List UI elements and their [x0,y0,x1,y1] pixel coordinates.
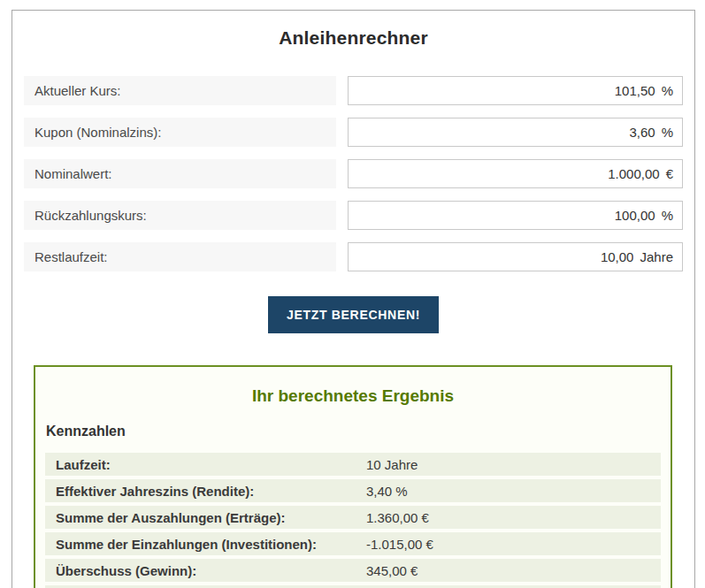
kennzahlen-heading: Kennzahlen [46,424,661,439]
calculator-panel: Anleihenrechner Aktueller Kurs: % Kupon … [11,10,695,588]
form-row-restlaufzeit: Restlaufzeit: Jahre [24,242,683,271]
auszahlungen-label: Summe der Auszahlungen (Erträge): [56,510,366,525]
result-row-einzahlungen: Summe der Einzahlungen (Investitionen): … [45,532,661,555]
ueberschuss-label: Überschuss (Gewinn): [56,563,366,578]
rueckzahlungskurs-label: Rückzahlungskurs: [24,201,336,230]
result-row-ueberschuss: Überschuss (Gewinn): 345,00 € [45,559,661,582]
auszahlungen-value: 1.360,00 € [366,510,429,525]
result-row-rendite: Effektiver Jahreszins (Rendite): 3,40 % [45,479,661,502]
aktueller-kurs-input[interactable] [548,82,657,99]
restlaufzeit-input-box: Jahre [348,242,683,271]
results-panel: Ihr berechnetes Ergebnis Kennzahlen Lauf… [34,365,672,588]
bond-calculator-form: Aktueller Kurs: % Kupon (Nominalzins): %… [24,76,683,333]
form-row-kupon: Kupon (Nominalzins): % [24,118,683,147]
ueberschuss-value: 345,00 € [366,563,418,578]
form-row-rueckzahlungskurs: Rückzahlungskurs: % [24,201,683,230]
laufzeit-label: Laufzeit: [56,457,366,472]
restlaufzeit-label: Restlaufzeit: [24,242,336,271]
rueckzahlungskurs-input[interactable] [548,207,657,224]
kupon-input[interactable] [548,124,657,141]
result-row-laufzeit: Laufzeit: 10 Jahre [45,453,661,476]
page-title: Anleihenrechner [24,27,683,49]
rendite-label: Effektiver Jahreszins (Rendite): [56,484,366,499]
form-row-nominalwert: Nominalwert: € [24,159,683,188]
rueckzahlungskurs-unit: % [662,208,673,223]
aktueller-kurs-input-box: % [348,76,683,105]
einzahlungen-label: Summe der Einzahlungen (Investitionen): [56,537,366,552]
laufzeit-value: 10 Jahre [366,457,418,472]
submit-button-wrap: JETZT BERECHNEN! [24,296,683,333]
rueckzahlungskurs-input-box: % [348,201,683,230]
nominalwert-input[interactable] [552,165,662,182]
kennzahlen-table: Laufzeit: 10 Jahre Effektiver Jahreszins… [45,453,661,588]
restlaufzeit-input[interactable] [525,248,635,265]
kupon-unit: % [662,125,673,140]
restlaufzeit-unit: Jahre [640,249,673,264]
kupon-input-box: % [348,118,683,147]
einzahlungen-value: -1.015,00 € [366,537,433,552]
form-row-aktueller-kurs: Aktueller Kurs: % [24,76,683,105]
aktueller-kurs-label: Aktueller Kurs: [24,76,336,105]
nominalwert-input-box: € [348,159,683,188]
calculate-button[interactable]: JETZT BERECHNEN! [268,296,439,333]
kupon-label: Kupon (Nominalzins): [24,118,336,147]
aktueller-kurs-unit: % [662,83,673,98]
nominalwert-unit: € [666,166,673,181]
results-title: Ihr berechnetes Ergebnis [45,386,661,406]
result-row-auszahlungen: Summe der Auszahlungen (Erträge): 1.360,… [45,506,661,529]
rendite-value: 3,40 % [366,484,408,499]
nominalwert-label: Nominalwert: [24,159,336,188]
